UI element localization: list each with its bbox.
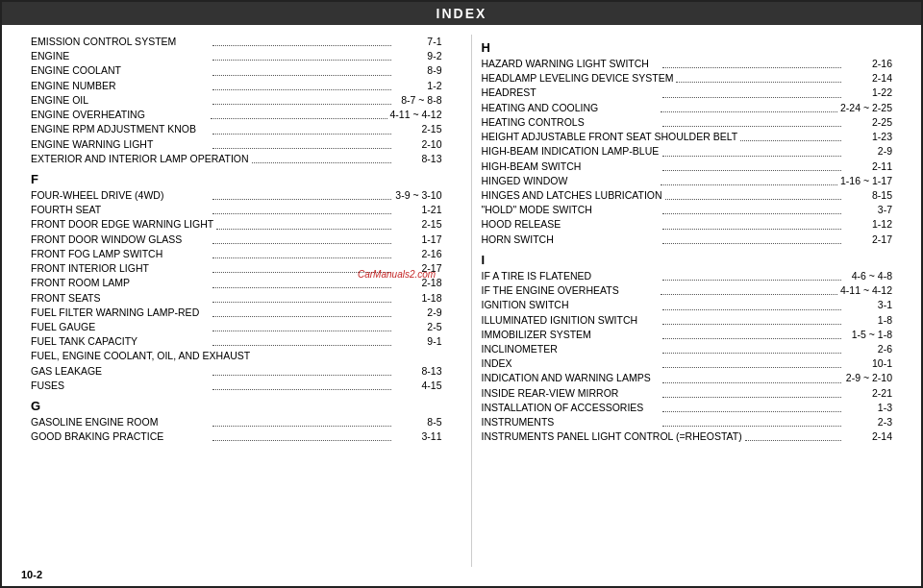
page-number: 8-13 [394, 364, 442, 379]
section-letter: I [482, 253, 893, 267]
entry-label: ILLUMINATED IGNITION SWITCH [482, 313, 661, 328]
list-item: IMMOBILIZER SYSTEM1-5 ~ 1-8 [482, 328, 893, 342]
entry-label: INSTALLATION OF ACCESSORIES [482, 401, 661, 415]
page-number: 2-6 [844, 342, 892, 356]
page-number: 8-9 [394, 63, 442, 78]
entry-label: HEADREST [482, 86, 661, 100]
list-item: INDICATION AND WARNING LAMPS2-9 ~ 2-10 [482, 371, 893, 385]
entry-label: HIGH-BEAM SWITCH [482, 159, 661, 174]
entry-label: FRONT DOOR EDGE WARNING LIGHT [31, 217, 213, 232]
page-number: 9-2 [394, 49, 442, 63]
page-number: 2-11 [844, 159, 892, 174]
page-number: 2-17 [844, 233, 892, 247]
entry-label: HOOD RELEASE [482, 217, 661, 232]
list-item: ENGINE RPM ADJUSTMENT KNOB2-15 [31, 122, 442, 136]
list-item: GASOLINE ENGINE ROOM8-5 [31, 415, 442, 429]
list-item: EMISSION CONTROL SYSTEM7-1 [31, 35, 442, 49]
content-area: EMISSION CONTROL SYSTEM7-1ENGINE9-2ENGIN… [2, 25, 921, 576]
list-item: HEADLAMP LEVELING DEVICE SYSTEM2-14 [482, 71, 893, 86]
entry-label: FUEL TANK CAPACITY [31, 334, 210, 349]
entry-label: FUEL FILTER WARNING LAMP-RED [31, 306, 210, 320]
list-item: FRONT SEATS1-18 [31, 291, 442, 306]
page-number: 2-25 [844, 115, 892, 130]
entry-label: INSIDE REAR-VIEW MIRROR [482, 386, 661, 401]
entry-label: ENGINE RPM ADJUSTMENT KNOB [31, 122, 210, 136]
list-item: EXTERIOR AND INTERIOR LAMP OPERATION8-13 [31, 152, 442, 166]
list-item: ILLUMINATED IGNITION SWITCH1-8 [482, 313, 893, 328]
footer: 10-2 [21, 569, 42, 580]
section-letter: H [482, 40, 893, 55]
entry-label: EXTERIOR AND INTERIOR LAMP OPERATION [31, 152, 249, 166]
entry-label: ENGINE OVERHEATING [31, 108, 208, 122]
list-item: INSTRUMENTS PANEL LIGHT CONTROL (=RHEOST… [482, 429, 893, 444]
list-item: INSTRUMENTS2-3 [482, 415, 893, 429]
section-letter: F [31, 172, 442, 186]
page-number: 2-24 ~ 2-25 [840, 101, 892, 115]
page-number: 1-12 [844, 217, 892, 232]
entry-label: HINGED WINDOW [482, 174, 659, 188]
entry-label: HIGH-BEAM INDICATION LAMP-BLUE [482, 144, 661, 159]
page-number: 8-15 [844, 188, 892, 203]
list-item: HEATING AND COOLING2-24 ~ 2-25 [482, 101, 893, 115]
page-number: 2-16 [844, 57, 892, 71]
entry-label: "HOLD" MODE SWITCH [482, 203, 661, 217]
entry-label: FRONT DOOR WINDOW GLASS [31, 233, 210, 247]
entry-label: GOOD BRAKING PRACTICE [31, 429, 210, 444]
list-item: HEADREST1-22 [482, 86, 893, 100]
list-item: ENGINE NUMBER1-2 [31, 79, 442, 93]
entry-label: FRONT SEATS [31, 291, 210, 306]
entry-label: IF THE ENGINE OVERHEATS [482, 283, 659, 298]
page-number: 1-2 [394, 79, 442, 93]
entry-label: FRONT INTERIOR LIGHT [31, 261, 210, 276]
list-item: GAS LEAKAGE8-13 [31, 364, 442, 379]
list-item: HAZARD WARNING LIGHT SWITCH2-16 [482, 57, 893, 71]
page-number: 2-9 [394, 306, 442, 320]
list-item: HEATING CONTROLS2-25 [482, 115, 893, 130]
list-item: IGNITION SWITCH3-1 [482, 298, 893, 312]
entry-label: FRONT FOG LAMP SWITCH [31, 247, 210, 261]
page-number: 10-1 [844, 356, 892, 371]
page-number: 1-8 [844, 313, 892, 328]
watermark: CarManuals2.com [358, 269, 436, 280]
entry-label: FUSES [31, 379, 210, 393]
page-number: 8-13 [394, 152, 442, 166]
list-item: ENGINE COOLANT8-9 [31, 63, 442, 78]
list-item: ENGINE OVERHEATING4-11 ~ 4-12 [31, 108, 442, 122]
page-number: 3-11 [394, 429, 442, 444]
list-item: IF THE ENGINE OVERHEATS4-11 ~ 4-12 [482, 283, 893, 298]
list-item: HORN SWITCH2-17 [482, 233, 893, 247]
page-number: 3-1 [844, 298, 892, 312]
page-title: INDEX [2, 2, 921, 25]
entry-label: INSTRUMENTS [482, 415, 661, 429]
list-item: GOOD BRAKING PRACTICE3-11 [31, 429, 442, 444]
list-item: FUEL FILTER WARNING LAMP-RED2-9 [31, 306, 442, 320]
section-letter: G [31, 399, 442, 413]
page-number: 3-9 ~ 3-10 [394, 188, 442, 203]
list-item: HEIGHT ADJUSTABLE FRONT SEAT SHOULDER BE… [482, 130, 893, 144]
entry-label: FUEL GAUGE [31, 320, 210, 334]
page-number: 7-1 [394, 35, 442, 49]
list-item: HIGH-BEAM SWITCH2-11 [482, 159, 893, 174]
page-number: 2-9 ~ 2-10 [844, 371, 892, 385]
list-item: ENGINE9-2 [31, 49, 442, 63]
entry-label: FOURTH SEAT [31, 203, 210, 217]
list-item: HINGES AND LATCHES LUBRICATION8-15 [482, 188, 893, 203]
page-number: 2-3 [844, 415, 892, 429]
page-number: 8-7 ~ 8-8 [394, 93, 442, 108]
page-number: 1-22 [844, 86, 892, 100]
list-item: HIGH-BEAM INDICATION LAMP-BLUE2-9 [482, 144, 893, 159]
list-item: ENGINE WARNING LIGHT2-10 [31, 137, 442, 152]
entry-label: ENGINE [31, 49, 210, 63]
list-item: INCLINOMETER2-6 [482, 342, 893, 356]
entry-label: HEATING AND COOLING [482, 101, 659, 115]
entry-label: GASOLINE ENGINE ROOM [31, 415, 210, 429]
entry-label: GAS LEAKAGE [31, 364, 210, 379]
entry-label: ENGINE WARNING LIGHT [31, 137, 210, 152]
page-number: 8-5 [394, 415, 442, 429]
page-number: 4-6 ~ 4-8 [844, 269, 892, 283]
entry-label: INCLINOMETER [482, 342, 661, 356]
page-number: 2-21 [844, 386, 892, 401]
list-item: IF A TIRE IS FLATENED4-6 ~ 4-8 [482, 269, 893, 283]
page-number: 1-21 [394, 203, 442, 217]
entry-label: ENGINE OIL [31, 93, 210, 108]
